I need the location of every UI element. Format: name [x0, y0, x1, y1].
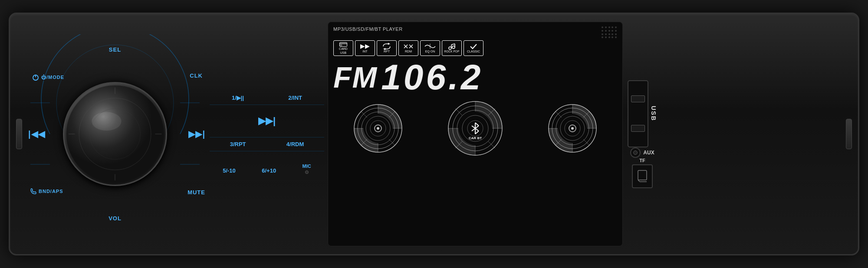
usb-port-area: USB [628, 80, 657, 147]
svg-point-41 [377, 127, 379, 130]
grille-dot [612, 33, 613, 35]
usb-label: USB [650, 106, 657, 121]
tf-port-area: TF [632, 158, 653, 188]
svg-rect-15 [339, 43, 347, 44]
grille-dot [605, 30, 607, 32]
music-icon [447, 43, 456, 50]
grille-dot [605, 26, 607, 28]
icon-row: CARD USB ▶▶ INT [333, 40, 617, 56]
svg-line-37 [389, 139, 395, 145]
bnd-label: BND/APS [39, 189, 63, 194]
preset-btn-1[interactable]: 1/▶|| [232, 95, 244, 101]
svg-line-25 [451, 44, 455, 45]
right-eject-handle [844, 22, 854, 246]
eq-icon [424, 43, 436, 50]
grille-dot [602, 26, 603, 28]
rdm-icon [403, 43, 414, 50]
right-ports-area: USB AUX TF [623, 76, 662, 193]
freq-mode: FM [333, 62, 378, 92]
svg-point-75 [571, 127, 574, 130]
rpt-icon [381, 43, 392, 50]
usb-slot-top [631, 95, 645, 102]
eject-button-left[interactable] [16, 119, 22, 149]
ff-btn-row: ▶▶| [210, 115, 324, 127]
icon-int: ▶▶ INT [355, 40, 375, 56]
icon-eq: EQ ON [420, 40, 440, 56]
tf-label: TF [639, 158, 645, 163]
ff-button[interactable]: ▶▶| [258, 115, 276, 127]
vol-label: VOL [108, 215, 122, 222]
grille-dot [608, 30, 610, 32]
usb-slot-bottom [631, 125, 645, 132]
svg-line-36 [361, 111, 367, 118]
phone-icon [30, 188, 37, 195]
tf-slot[interactable] [632, 164, 653, 188]
svg-point-23 [452, 46, 455, 49]
mode-label: ⏻/MODE [41, 75, 64, 80]
sel-label: SEL [109, 46, 121, 53]
mic-dot [305, 170, 309, 174]
preset-btn-6[interactable]: 6/+10 [262, 167, 276, 174]
grille-dot [612, 30, 613, 32]
grille-dot [615, 26, 617, 28]
svg-line-52 [488, 141, 495, 148]
grille-dot [602, 33, 603, 35]
right-speaker-svg [547, 103, 598, 154]
preset-row-2: 3/RPT 4/RDM [210, 137, 324, 151]
speaker-grille [602, 26, 617, 39]
left-speaker [352, 103, 404, 154]
aux-jack[interactable] [630, 147, 641, 158]
svg-point-13 [92, 112, 121, 131]
svg-line-56 [475, 123, 479, 126]
grille-dot [608, 36, 610, 38]
preset-btn-2[interactable]: 2/INT [288, 95, 302, 101]
grille-dot [605, 36, 607, 38]
main-face: SEL VOL ⏻/MODE BND/APS [24, 22, 844, 246]
aux-hole [633, 150, 638, 155]
center-speaker-svg: CAR BT [447, 100, 503, 157]
icon-card-usb: CARD USB [333, 40, 353, 56]
bnd-button-area[interactable]: BND/APS [30, 188, 63, 195]
grille-dot [605, 33, 607, 35]
preset-buttons-area: 1/▶|| 2/INT ▶▶| 3/RPT 4/RDM 5/-10 6/+10 [206, 22, 328, 246]
icon-rpt: RPT [377, 40, 397, 56]
controls-section: SEL VOL ⏻/MODE BND/APS [24, 22, 844, 246]
aux-label: AUX [643, 150, 654, 156]
mute-button[interactable]: MUTE [187, 189, 205, 196]
tf-card-icon [638, 170, 647, 182]
grille-dot [608, 26, 610, 28]
prev-button[interactable]: |◀◀ [28, 129, 45, 139]
preset-btn-3[interactable]: 3/RPT [230, 141, 246, 147]
player-title: MP3/USB/SD/FM/BT PLAYER [333, 26, 403, 32]
svg-line-71 [583, 139, 589, 145]
car-radio: SEL VOL ⏻/MODE BND/APS [9, 13, 859, 255]
right-speaker [547, 103, 598, 154]
eject-button-right[interactable] [846, 119, 852, 149]
grille-dot [615, 33, 617, 35]
grille-dot [615, 30, 617, 32]
grille-dot [612, 26, 613, 28]
volume-knob[interactable] [63, 82, 167, 186]
fwd-button[interactable]: ▶▶| [188, 129, 205, 139]
mic-label: MIC [302, 163, 311, 169]
svg-text:CAR BT: CAR BT [469, 136, 482, 140]
svg-rect-76 [638, 170, 647, 180]
left-knob-area: SEL VOL ⏻/MODE BND/APS [24, 34, 206, 234]
knob-texture [64, 83, 166, 185]
usb-port[interactable] [628, 80, 648, 147]
svg-point-6 [66, 85, 164, 183]
display-top-bar: MP3/USB/SD/FM/BT PLAYER [333, 26, 617, 39]
classic-icon [469, 43, 478, 50]
frequency-display: FM 106.2 [333, 59, 617, 95]
grille-dot [608, 33, 610, 35]
preset-btn-4[interactable]: 4/RDM [286, 141, 304, 147]
preset-btn-5[interactable]: 5/-10 [223, 167, 236, 174]
grille-dot [602, 30, 603, 32]
icon-rdm: RDM [398, 40, 418, 56]
speaker-visualization: CAR BT [333, 100, 617, 157]
mode-button-area[interactable]: ⏻/MODE [32, 73, 64, 81]
icon-rock-pop: ROCKPOP [442, 40, 462, 56]
aux-port-area: AUX [630, 147, 654, 158]
svg-point-22 [449, 47, 451, 49]
svg-rect-16 [340, 45, 342, 46]
